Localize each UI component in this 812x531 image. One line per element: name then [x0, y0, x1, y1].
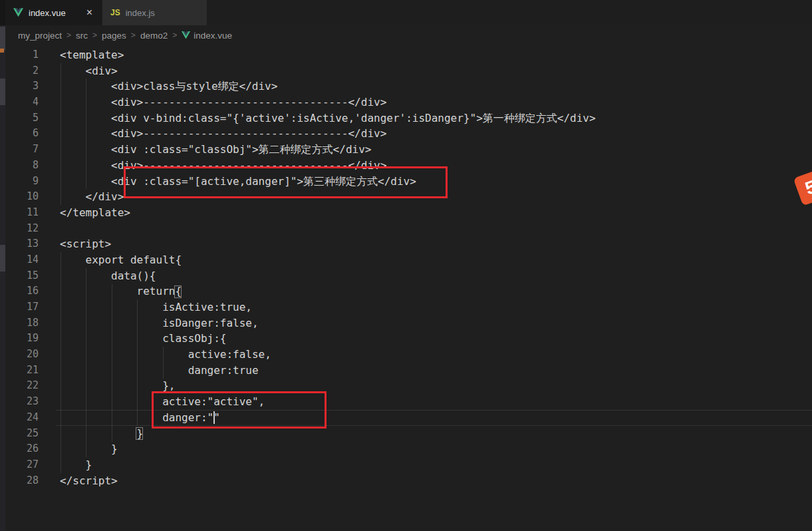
line-number: 10 — [0, 189, 39, 205]
code-line[interactable]: 13<script> — [0, 236, 812, 252]
code-text: isDanger:false, — [39, 315, 259, 331]
code-text: <div>--------------------------------</d… — [39, 94, 386, 110]
js-icon: JS — [110, 8, 120, 17]
code-line[interactable]: 1<template> — [0, 47, 812, 63]
code-text: } — [39, 426, 143, 442]
code-line[interactable]: 24 danger:"" — [0, 410, 812, 426]
line-number: 11 — [0, 205, 39, 221]
code-lines: 1<template> 2 <div> 3 <div>class与style绑定… — [0, 45, 812, 488]
code-line[interactable]: 28</script> — [0, 473, 812, 489]
line-number: 22 — [0, 378, 39, 394]
code-line[interactable]: 19 classObj:{ — [0, 331, 812, 347]
chevron-right-icon: > — [131, 31, 136, 40]
code-editor[interactable]: 1<template> 2 <div> 3 <div>class与style绑定… — [0, 45, 812, 531]
line-number: 18 — [0, 315, 39, 331]
tab-index-js[interactable]: JS index.js — [102, 0, 207, 25]
code-text: } — [39, 441, 118, 457]
code-line[interactable]: 3 <div>class与style绑定</div> — [0, 79, 812, 94]
code-text: </div> — [39, 189, 124, 205]
breadcrumb: my_project > src > pages > demo2 > index… — [5, 25, 812, 45]
code-text: <div> — [39, 63, 118, 79]
line-number: 19 — [0, 331, 39, 347]
line-number: 4 — [0, 94, 39, 110]
breadcrumb-item-src[interactable]: src — [76, 31, 88, 41]
code-line[interactable]: 14 export default{ — [0, 252, 812, 268]
line-number: 14 — [0, 252, 39, 268]
chevron-right-icon: > — [172, 31, 177, 40]
code-line[interactable]: 15 data(){ — [0, 268, 812, 284]
breadcrumb-item-project[interactable]: my_project — [18, 31, 62, 41]
tab-index-vue[interactable]: index.vue × — [5, 0, 102, 25]
code-line[interactable]: 22 }, — [0, 378, 812, 394]
close-icon[interactable]: × — [85, 7, 94, 18]
line-number: 28 — [0, 473, 39, 489]
code-text: danger:true — [39, 363, 259, 379]
chevron-right-icon: > — [92, 31, 97, 40]
activity-bar-sliver — [0, 0, 5, 531]
code-line[interactable]: 5 <div v-bind:class="{'active':isActive,… — [0, 110, 812, 126]
code-line[interactable]: 12 — [0, 221, 812, 237]
code-text: classObj:{ — [39, 331, 226, 347]
code-line[interactable]: 20 active:false, — [0, 347, 812, 363]
bracket-match-highlight — [174, 285, 182, 298]
code-text: <div>class与style绑定</div> — [39, 79, 277, 94]
line-number: 20 — [0, 347, 39, 363]
activity-bar-badge-sliver — [0, 49, 4, 53]
code-text: data(){ — [39, 268, 156, 284]
code-text: active:false, — [39, 347, 271, 363]
line-number: 13 — [0, 236, 39, 252]
line-number: 3 — [0, 79, 39, 94]
line-number: 21 — [0, 363, 39, 379]
line-number: 17 — [0, 299, 39, 315]
code-text: } — [39, 457, 92, 473]
code-line[interactable]: 17 isActive:true, — [0, 299, 812, 315]
code-line[interactable]: 25 } — [0, 426, 812, 442]
code-line[interactable]: 26 } — [0, 441, 812, 457]
line-number: 2 — [0, 63, 39, 79]
code-line[interactable]: 11</template> — [0, 205, 812, 221]
line-number: 1 — [0, 47, 39, 63]
line-number: 8 — [0, 158, 39, 174]
code-line[interactable]: 4 <div>--------------------------------<… — [0, 94, 812, 110]
code-line[interactable]: 6 <div>--------------------------------<… — [0, 126, 812, 142]
line-number: 6 — [0, 126, 39, 142]
code-text: <template> — [39, 47, 124, 63]
line-number: 26 — [0, 441, 39, 457]
code-line[interactable]: 2 <div> — [0, 63, 812, 79]
breadcrumb-item-demo2[interactable]: demo2 — [140, 31, 168, 41]
code-text: export default{ — [39, 252, 182, 268]
red-annotation-box-lines23-24 — [152, 391, 327, 429]
code-line[interactable]: 21 danger:true — [0, 363, 812, 379]
code-text: </script> — [39, 473, 118, 489]
code-line[interactable]: 16 return{ — [0, 283, 812, 299]
activity-bar-item-sliver — [0, 27, 5, 51]
code-line[interactable]: 23 active:"active", — [0, 394, 812, 410]
breadcrumb-item-file[interactable]: index.vue — [182, 31, 232, 41]
line-number: 23 — [0, 394, 39, 410]
red-annotation-box-line9 — [124, 166, 448, 198]
line-number: 9 — [0, 174, 39, 190]
code-line[interactable]: 27 } — [0, 457, 812, 473]
html5-logo-number: 5 — [803, 176, 812, 199]
code-text: <div>--------------------------------</d… — [39, 126, 386, 142]
vue-logo-icon — [182, 31, 190, 39]
breadcrumb-file-label: index.vue — [194, 31, 232, 41]
code-text: return{ — [39, 283, 182, 299]
code-line[interactable]: 18 isDanger:false, — [0, 315, 812, 331]
vue-logo-icon — [13, 8, 23, 17]
code-line[interactable]: 7 <div :class="classObj">第二种绑定方式</div> — [0, 142, 812, 158]
tab-label: index.js — [126, 8, 155, 18]
line-number: 7 — [0, 142, 39, 158]
activity-bar-top — [0, 0, 5, 25]
tab-bar: index.vue × JS index.js — [0, 0, 812, 25]
bracket-match-highlight — [136, 427, 143, 440]
line-number: 27 — [0, 457, 39, 473]
code-text: <div v-bind:class="{'active':isActive,'d… — [39, 110, 596, 126]
breadcrumb-item-pages[interactable]: pages — [102, 31, 126, 41]
activity-bar-item-sliver — [0, 245, 5, 271]
tab-label: index.vue — [29, 8, 66, 18]
code-text: <script> — [39, 236, 111, 252]
line-number: 12 — [0, 221, 39, 237]
activity-bar-item-sliver — [0, 79, 5, 105]
line-number: 24 — [0, 410, 39, 426]
